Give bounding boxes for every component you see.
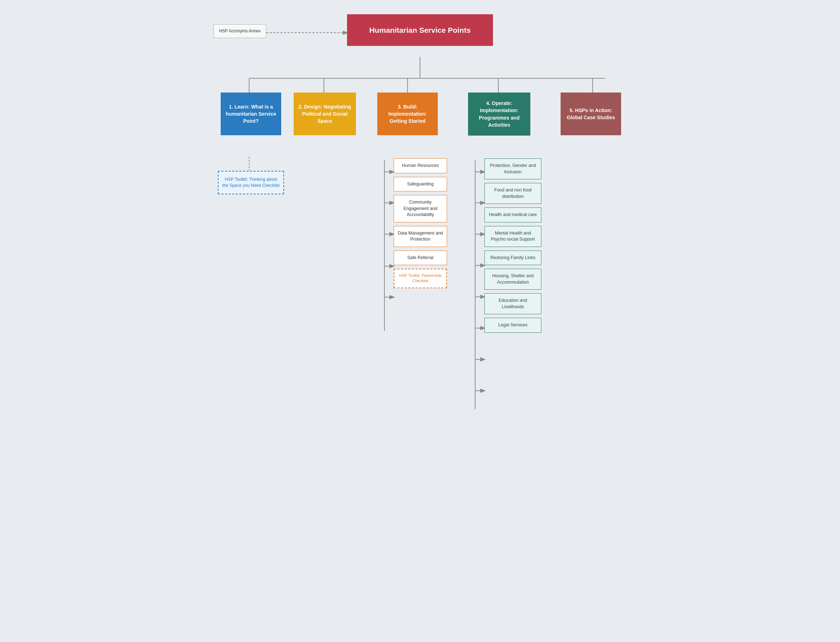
cat4-item-2[interactable]: Food and non food distribution [485, 183, 542, 204]
category-4[interactable]: 4. Operate: Implementation: Programmes a… [468, 92, 530, 136]
cat2-label: 2. Design: Negotiating Political and Soc… [294, 92, 356, 135]
cat4-label: 4. Operate: Implementation: Programmes a… [468, 92, 530, 136]
category-1[interactable]: 1. Learn: What is a humanitarian Service… [221, 92, 281, 135]
cat3-item-4[interactable]: Data Management and Protection [394, 226, 447, 247]
main-title-box[interactable]: Humanitarian Service Points [347, 14, 493, 46]
annex-box[interactable]: HSP Acronyms Annex [214, 24, 266, 38]
main-title: Humanitarian Service Points [347, 14, 493, 46]
cat3-item-5[interactable]: Safe Referral [394, 251, 447, 266]
category-5[interactable]: 5. HSPs in Action: Global Case Studies [561, 92, 621, 135]
category-2[interactable]: 2. Design: Negotiating Political and Soc… [294, 92, 356, 135]
cat4-item-8[interactable]: Legal Services [485, 318, 542, 333]
cat3-item-3[interactable]: Community Engagement and Accountability [394, 195, 447, 222]
cat4-item-6[interactable]: Housing, Shelter and Accommodation [485, 269, 542, 290]
cat4-subitems: Protection, Gender and Inclusion Food an… [485, 158, 542, 336]
cat1-toolkit-label: HSP Toolkit: Thinking about the Space yo… [218, 171, 284, 194]
cat1-label: 1. Learn: What is a humanitarian Service… [221, 92, 281, 135]
cat5-label: 5. HSPs in Action: Global Case Studies [561, 92, 621, 135]
cat3-item-1[interactable]: Human Resources [394, 158, 447, 173]
cat4-item-4[interactable]: Mental Health and Psycho social Support [485, 226, 542, 247]
cat3-toolkit[interactable]: HSP Toolkit: Partnership Checklist [394, 269, 447, 288]
category-3[interactable]: 3. Build: Implementation: Getting Starte… [377, 92, 438, 135]
cat4-item-5[interactable]: Restoring Family Links [485, 251, 542, 266]
diagram-wrapper: HSP Acronyms Annex Humanitarian Service … [214, 11, 626, 438]
cat1-toolkit[interactable]: HSP Toolkit: Thinking about the Space yo… [218, 171, 284, 194]
cat3-item-2[interactable]: Safeguarding [394, 177, 447, 192]
cat3-label: 3. Build: Implementation: Getting Starte… [377, 92, 438, 135]
cat4-item-3[interactable]: Health and medical care [485, 208, 542, 222]
cat4-item-7[interactable]: Education and Livelihoods [485, 293, 542, 314]
cat3-subitems: Human Resources Safeguarding Community E… [394, 158, 447, 288]
cat4-item-1[interactable]: Protection, Gender and Inclusion [485, 158, 542, 179]
annex-label: HSP Acronyms Annex [214, 24, 266, 38]
